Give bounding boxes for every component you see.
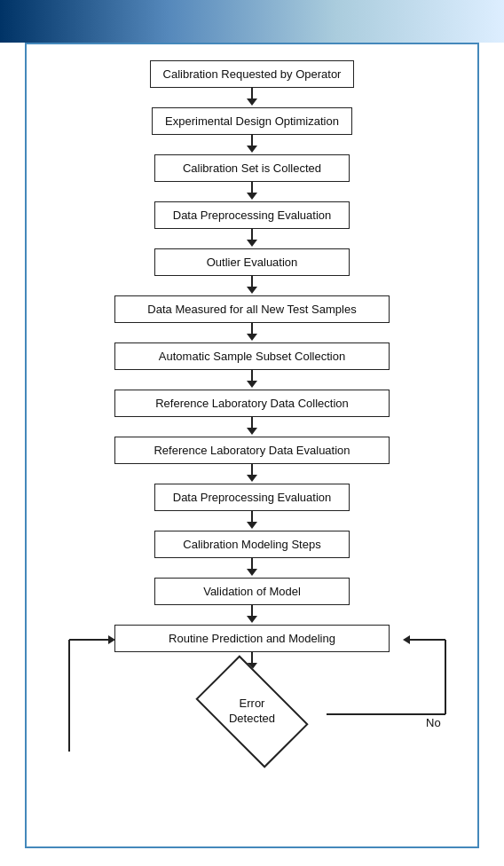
arrow11 — [247, 558, 257, 578]
top-bar — [0, 0, 504, 43]
arrow2 — [247, 135, 257, 154]
flowchart-container: Calibration Requested by Operator Experi… — [25, 43, 479, 848]
arrow9 — [247, 464, 257, 484]
page-wrapper: Calibration Requested by Operator Experi… — [0, 0, 504, 866]
diamond-text: ErrorDetected — [229, 697, 275, 727]
loop-section: Routine Prediction and Modeling ErrorDet… — [35, 625, 469, 752]
step1-box: Calibration Requested by Operator — [150, 60, 355, 88]
step4-box: Data Preprocessing Evaluation — [154, 201, 350, 229]
arrow4 — [247, 229, 257, 248]
step11-box: Calibration Modeling Steps — [154, 531, 350, 558]
arrow6 — [247, 323, 257, 342]
arrow8 — [247, 417, 257, 437]
arrow10 — [247, 511, 257, 531]
step3-box: Calibration Set is Collected — [154, 154, 350, 182]
arrow1 — [247, 88, 257, 107]
loop-inner: Routine Prediction and Modeling ErrorDet… — [35, 625, 469, 752]
step12-box: Validation of Model — [154, 578, 350, 605]
arrow3 — [247, 182, 257, 201]
diamond-wrapper: ErrorDetected — [181, 672, 323, 752]
step8-box: Reference Laboratory Data Collection — [114, 390, 390, 417]
step5-box: Outlier Evaluation — [154, 248, 350, 276]
step10-box: Data Preprocessing Evaluation — [154, 484, 350, 511]
arrow5 — [247, 276, 257, 295]
routine-box: Routine Prediction and Modeling — [114, 625, 390, 652]
arrow7 — [247, 370, 257, 390]
step9-box: Reference Laboratory Data Evaluation — [114, 437, 390, 464]
step7-box: Automatic Sample Subset Collection — [114, 342, 390, 370]
step6-box: Data Measured for all New Test Samples — [114, 295, 390, 323]
arrow12 — [247, 605, 257, 625]
step2-box: Experimental Design Optimization — [152, 107, 352, 135]
